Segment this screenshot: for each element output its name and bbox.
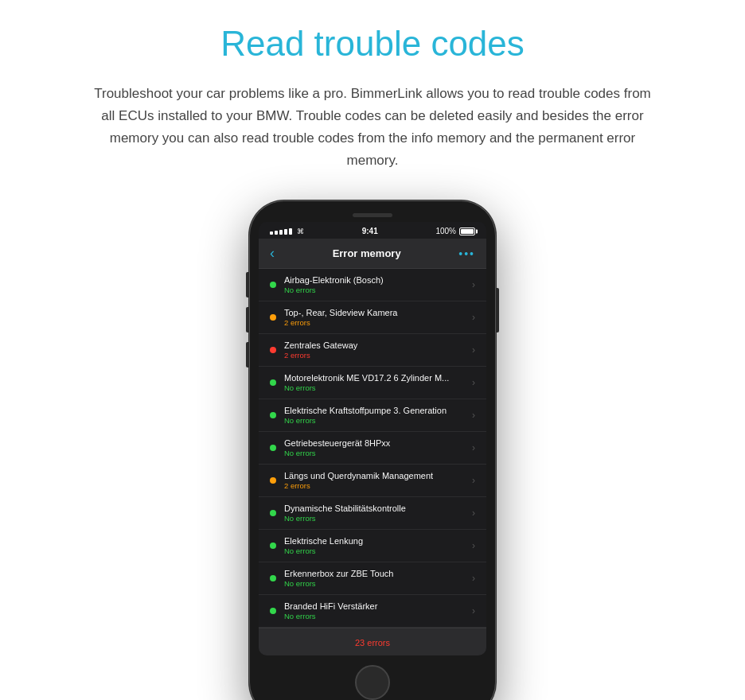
item-content: Branded HiFi Verstärker No errors (284, 601, 467, 620)
item-status: 2 errors (284, 318, 467, 327)
item-content: Top-, Rear, Sideview Kamera 2 errors (284, 308, 467, 327)
status-time: 9:41 (362, 227, 378, 235)
list-item[interactable]: Elektrische Kraftstoffpumpe 3. Generatio… (259, 399, 486, 432)
chevron-right-icon: › (472, 605, 475, 616)
screen-footer: 23 errors (259, 628, 486, 655)
item-name: Airbag-Elektronik (Bosch) (284, 275, 467, 285)
chevron-right-icon: › (472, 410, 475, 421)
item-status: No errors (284, 383, 467, 392)
chevron-right-icon: › (472, 475, 475, 486)
item-status: 2 errors (284, 351, 467, 360)
page-title: Read trouble codes (220, 24, 525, 64)
nav-title: Error memory (333, 247, 401, 259)
ecu-list: Airbag-Elektronik (Bosch) No errors › To… (259, 269, 486, 628)
status-dot-green (270, 412, 276, 418)
more-button[interactable]: ••• (458, 247, 475, 260)
status-dot-orange (270, 477, 276, 484)
phone-speaker (353, 213, 392, 217)
phone-screen: ⌘ 9:41 100% ‹ Error memory ••• (259, 222, 486, 655)
list-item[interactable]: Zentrales Gateway 2 errors › (259, 334, 486, 367)
chevron-right-icon: › (472, 344, 475, 356)
list-item[interactable]: Elektrische Lenkung No errors › (259, 530, 486, 562)
chevron-right-icon: › (472, 508, 475, 519)
nav-bar: ‹ Error memory ••• (259, 239, 486, 269)
item-content: Dynamische Stabilitätskontrolle No error… (284, 504, 467, 523)
status-dot-red (270, 347, 276, 353)
status-left: ⌘ (270, 228, 304, 235)
item-status: 2 errors (284, 481, 467, 490)
item-name: Branded HiFi Verstärker (284, 601, 467, 611)
list-item[interactable]: Airbag-Elektronik (Bosch) No errors › (259, 269, 486, 301)
status-dot-green (270, 542, 276, 549)
item-status: No errors (284, 579, 467, 588)
item-name: Zentrales Gateway (284, 340, 467, 350)
status-dot-green (270, 608, 276, 614)
chevron-right-icon: › (472, 540, 475, 551)
item-status: No errors (284, 514, 467, 523)
chevron-right-icon: › (472, 377, 475, 388)
item-status: No errors (284, 612, 467, 620)
battery-percent: 100% (435, 227, 456, 235)
page-description: Troubleshoot your car problems like a pr… (86, 83, 659, 172)
item-status: No errors (284, 416, 467, 425)
item-content: Zentrales Gateway 2 errors (284, 340, 467, 360)
item-content: Airbag-Elektronik (Bosch) No errors (284, 275, 467, 294)
item-content: Erkennerbox zur ZBE Touch No errors (284, 569, 467, 588)
status-dot-orange (270, 314, 276, 321)
item-name: Top-, Rear, Sideview Kamera (284, 308, 467, 317)
phone-mockup: ⌘ 9:41 100% ‹ Error memory ••• (249, 200, 496, 700)
list-item[interactable]: Top-, Rear, Sideview Kamera 2 errors › (259, 301, 486, 334)
list-item[interactable]: Motorelektronik ME VD17.2 6 Zylinder M..… (259, 367, 486, 399)
battery-icon (459, 228, 475, 235)
item-status: No errors (284, 449, 467, 457)
status-dot-green (270, 379, 276, 386)
status-bar: ⌘ 9:41 100% (259, 222, 486, 239)
signal-icon (270, 228, 292, 235)
list-item[interactable]: Längs und Querdynamik Management 2 error… (259, 465, 486, 497)
wifi-icon: ⌘ (297, 228, 304, 235)
phone-speaker-area (259, 213, 486, 217)
chevron-right-icon: › (472, 442, 475, 453)
home-button[interactable] (355, 665, 390, 700)
phone-bottom (259, 655, 486, 700)
item-content: Elektrische Kraftstoffpumpe 3. Generatio… (284, 406, 467, 425)
back-button[interactable]: ‹ (270, 245, 275, 262)
item-name: Längs und Querdynamik Management (284, 471, 467, 480)
list-item[interactable]: Branded HiFi Verstärker No errors › (259, 595, 486, 628)
status-dot-green (270, 445, 276, 451)
chevron-right-icon: › (472, 279, 475, 290)
item-content: Elektrische Lenkung No errors (284, 536, 467, 555)
item-content: Motorelektronik ME VD17.2 6 Zylinder M..… (284, 373, 467, 392)
item-name: Getriebesteuergerät 8HPxx (284, 438, 467, 448)
total-errors-count: 23 errors (355, 638, 390, 648)
item-status: No errors (284, 546, 467, 555)
list-item[interactable]: Dynamische Stabilitätskontrolle No error… (259, 497, 486, 530)
item-name: Erkennerbox zur ZBE Touch (284, 569, 467, 578)
status-dot-green (270, 575, 276, 581)
item-content: Getriebesteuergerät 8HPxx No errors (284, 438, 467, 457)
list-item[interactable]: Getriebesteuergerät 8HPxx No errors › (259, 432, 486, 465)
chevron-right-icon: › (472, 573, 475, 584)
item-name: Dynamische Stabilitätskontrolle (284, 504, 467, 513)
item-status: No errors (284, 286, 467, 294)
status-dot-green (270, 510, 276, 516)
list-item[interactable]: Erkennerbox zur ZBE Touch No errors › (259, 562, 486, 595)
status-right: 100% (435, 227, 475, 235)
status-dot-green (270, 282, 276, 288)
item-content: Längs und Querdynamik Management 2 error… (284, 471, 467, 490)
item-name: Motorelektronik ME VD17.2 6 Zylinder M..… (284, 373, 467, 383)
chevron-right-icon: › (472, 312, 475, 323)
item-name: Elektrische Kraftstoffpumpe 3. Generatio… (284, 406, 467, 415)
item-name: Elektrische Lenkung (284, 536, 467, 546)
